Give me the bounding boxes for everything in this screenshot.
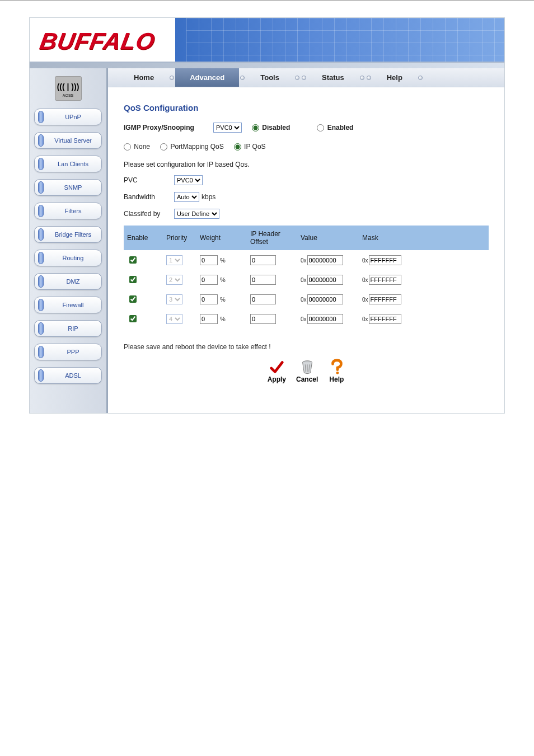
offset-input[interactable] [250,275,276,285]
weight-input[interactable] [200,294,218,304]
tab-tools[interactable]: Tools [246,68,294,87]
mask-input[interactable] [369,314,401,324]
tab-help[interactable]: Help [372,68,417,87]
sidebar-item-lan-clients[interactable]: Lan Clients [34,156,102,172]
qos-table: Enable Priority Weight IP Header Offset … [124,226,489,328]
priority-select[interactable]: 2 [166,275,182,285]
sidebar-item-label: SNMP [48,184,98,191]
classified-select[interactable]: User Define [174,209,219,219]
tab-label: Tools [260,73,279,82]
sidebar-item-filters[interactable]: Filters [34,203,102,219]
value-input[interactable] [307,255,343,265]
sidebar-item-routing[interactable]: Routing [34,250,102,266]
table-row: 2%0x0x [124,270,489,289]
page-title: QoS Configuration [124,103,489,112]
svg-point-4 [336,372,339,374]
question-icon [328,359,345,375]
sidebar-item-snmp[interactable]: SNMP [34,179,102,196]
bandwidth-label: Bandwidth [124,193,174,201]
qosmode-portmapping-radio[interactable] [160,143,167,151]
help-label: Help [329,375,344,383]
mask-input[interactable] [369,275,401,285]
sidebar-item-label: Routing [48,255,98,261]
percent-label: % [220,257,226,264]
sidebar-item-adsl[interactable]: ADSL [34,367,102,384]
value-input[interactable] [307,294,343,304]
priority-select[interactable]: 4 [166,314,182,324]
th-value: Value [297,226,359,250]
sidebar-item-label: Filters [48,208,98,214]
dot-icon [170,76,174,80]
igmp-enabled-radio[interactable] [317,124,324,132]
brand-logo: BUFFALO [26,18,508,55]
apply-label: Apply [268,375,286,383]
dot-icon [360,76,364,80]
igmp-label: IGMP Proxy/Snooping [124,124,213,132]
offset-input[interactable] [250,255,276,265]
th-enable: Enable [124,226,163,250]
qosmode-portmapping-label: PortMapping QoS [170,143,223,151]
weight-input[interactable] [200,275,218,285]
enable-checkbox[interactable] [129,295,137,303]
hex-prefix: 0x [362,297,368,303]
igmp-enabled-label: Enabled [327,124,354,132]
table-row: 4%0x0x [124,309,489,328]
trash-icon [299,359,316,375]
weight-input[interactable] [200,314,218,324]
content-area: Home Advanced Tools Status Help QoS Conf… [108,68,504,413]
aoss-icon[interactable]: ((( | ))) AOSS [55,76,82,101]
qosmode-none-radio[interactable] [124,143,131,151]
mask-input[interactable] [369,255,401,265]
sidebar-item-label: ADSL [48,372,98,379]
cancel-label: Cancel [296,375,318,383]
tab-label: Advanced [190,73,224,82]
priority-select[interactable]: 1 [166,255,182,265]
tab-label: Status [322,73,344,82]
weight-input[interactable] [200,255,218,265]
sidebar-item-label: DMZ [48,278,98,285]
enable-checkbox[interactable] [129,315,137,322]
dot-icon [367,76,371,80]
cancel-button[interactable]: Cancel [296,359,318,383]
help-button[interactable]: Help [328,359,345,383]
igmp-disabled-radio[interactable] [252,124,259,132]
sidebar-item-label: Firewall [48,302,98,308]
tab-home[interactable]: Home [119,68,168,87]
dot-icon [302,76,306,80]
dot-icon [295,76,299,80]
sidebar-item-upnp[interactable]: UPnP [34,109,102,125]
pvc-select[interactable]: PVC0 [174,175,203,185]
value-input[interactable] [307,275,343,285]
sidebar-item-firewall[interactable]: Firewall [34,297,102,313]
topnav: Home Advanced Tools Status Help [108,68,504,87]
sidebar-item-rip[interactable]: RIP [34,320,102,337]
th-priority: Priority [163,226,196,250]
value-input[interactable] [307,314,343,324]
sidebar-item-dmz[interactable]: DMZ [34,273,102,290]
sidebar-item-label: RIP [48,325,98,332]
offset-input[interactable] [250,294,276,304]
th-weight: Weight [196,226,247,250]
sidebar: ((( | ))) AOSS UPnP Virtual Server Lan C… [30,68,108,413]
sidebar-item-ppp[interactable]: PPP [34,344,102,360]
percent-label: % [220,316,226,322]
igmp-pvc-select[interactable]: PVC0 [213,123,242,133]
th-offset: IP Header Offset [247,226,297,250]
bandwidth-select[interactable]: Auto [174,192,199,202]
offset-input[interactable] [250,314,276,324]
priority-select[interactable]: 3 [166,294,182,304]
sidebar-item-virtual-server[interactable]: Virtual Server [34,132,102,149]
enable-checkbox[interactable] [129,256,137,264]
sidebar-item-bridge-filters[interactable]: Bridge Filters [34,226,102,243]
enable-checkbox[interactable] [129,276,137,283]
tab-advanced[interactable]: Advanced [175,68,239,87]
apply-button[interactable]: Apply [268,359,286,383]
bandwidth-unit: kbps [202,193,216,201]
dot-icon [240,76,245,80]
hex-prefix: 0x [362,316,368,322]
percent-label: % [220,296,226,303]
qosmode-ipqos-radio[interactable] [234,143,241,151]
table-row: 3%0x0x [124,289,489,309]
mask-input[interactable] [369,294,401,304]
tab-status[interactable]: Status [307,68,359,87]
